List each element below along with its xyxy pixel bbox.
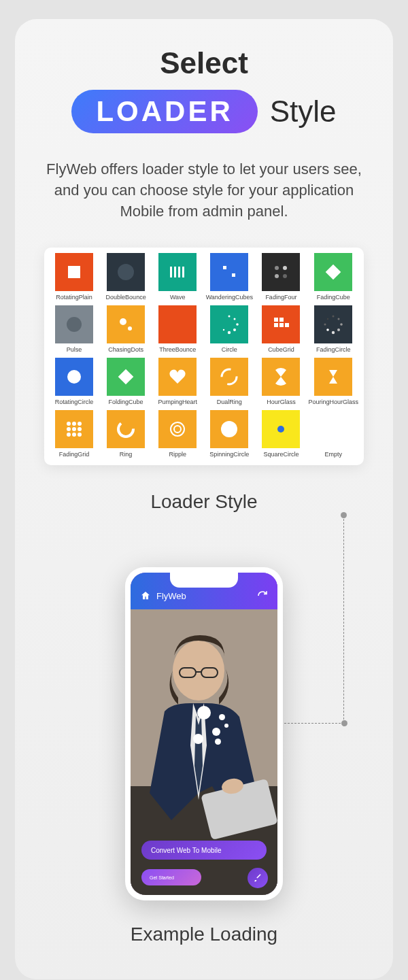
svg-rect-36: [118, 369, 134, 385]
loader-option-chasingdots[interactable]: ChasingDots: [101, 305, 150, 355]
loader-label: FadingCube: [308, 294, 358, 303]
heading-select: Select: [31, 46, 377, 80]
loader-label: Pulse: [50, 346, 99, 355]
loader-label: SquareCircle: [256, 451, 305, 460]
svg-point-30: [337, 328, 340, 331]
svg-point-38: [67, 422, 71, 426]
svg-point-34: [327, 318, 328, 320]
ripple-icon: [158, 410, 197, 448]
connector-line: [303, 516, 344, 726]
loader-option-pulse[interactable]: Pulse: [50, 305, 99, 355]
loader-option-fadingcircle[interactable]: FadingCircle: [308, 305, 358, 355]
loader-option-wanderingcubes[interactable]: WanderingCubes: [205, 253, 254, 303]
loader-option-doublebounce[interactable]: DoubleBounce: [101, 253, 150, 303]
loader-grid: RotatingPlainDoubleBounceWaveWanderingCu…: [44, 248, 364, 465]
subtitle-example-loading: Example Loading: [31, 924, 377, 945]
loader-option-spinningcircle[interactable]: SpinningCircle: [205, 410, 254, 460]
svg-point-43: [78, 427, 82, 431]
svg-rect-12: [326, 265, 341, 280]
loader-option-foldingcube[interactable]: FoldingCube: [101, 358, 150, 407]
dualring-icon: [210, 358, 248, 396]
svg-point-27: [333, 316, 335, 318]
wave-icon: [158, 253, 197, 291]
loader-option-pumpingheart[interactable]: PumpingHeart: [153, 358, 202, 407]
app-title: FlyWeb: [156, 591, 186, 601]
svg-point-49: [174, 426, 181, 433]
svg-point-28: [338, 318, 340, 320]
loader-option-fadinggrid[interactable]: FadingGrid: [50, 410, 99, 460]
threebounce-icon: [158, 305, 197, 343]
loader-option-hourglass[interactable]: HourGlass: [256, 358, 305, 407]
loader-option-cubegrid[interactable]: CubeGrid: [256, 305, 305, 355]
phone-notch: [170, 573, 238, 588]
loading-spinner: [177, 696, 231, 751]
loader-label: PumpingHeart: [153, 399, 202, 407]
loader-label: DualRing: [205, 399, 254, 407]
loader-option-rotatingcircle[interactable]: RotatingCircle: [50, 358, 99, 407]
svg-point-8: [275, 266, 279, 270]
loader-option-ring[interactable]: Ring: [101, 410, 150, 460]
heading-pill-loader: LOADER: [71, 90, 257, 133]
loader-option-circle[interactable]: Circle: [205, 305, 254, 355]
loader-option-dualring[interactable]: DualRing: [205, 358, 254, 407]
svg-point-40: [78, 422, 82, 426]
loader-label: FadingFour: [256, 294, 305, 303]
fadinggrid-icon: [55, 410, 93, 448]
loader-label: Ripple: [153, 451, 202, 460]
svg-point-10: [275, 274, 279, 278]
svg-rect-4: [178, 267, 180, 277]
loader-label: DoubleBounce: [101, 294, 150, 303]
loader-option-squarecircle[interactable]: SquareCircle: [256, 410, 305, 460]
ring-icon: [107, 410, 145, 448]
heading-style: Style: [270, 95, 337, 129]
loader-label: SpinningCircle: [205, 451, 254, 460]
loader-label: FoldingCube: [101, 399, 150, 407]
svg-point-51: [277, 426, 284, 433]
svg-point-44: [67, 433, 71, 437]
svg-rect-6: [223, 266, 226, 269]
get-started-button[interactable]: Get Started: [141, 869, 201, 885]
svg-point-9: [283, 266, 287, 270]
loader-option-rotatingplain[interactable]: RotatingPlain: [50, 253, 99, 303]
refresh-icon[interactable]: [257, 590, 268, 601]
loader-option-empty[interactable]: Empty: [308, 410, 358, 460]
hourglass-icon: [262, 358, 300, 396]
loader-option-threebounce[interactable]: ThreeBounce: [153, 305, 202, 355]
svg-point-32: [326, 329, 329, 332]
svg-rect-25: [279, 323, 284, 327]
svg-point-13: [67, 317, 82, 332]
svg-point-1: [118, 264, 134, 280]
loader-label: Circle: [205, 346, 254, 355]
svg-rect-3: [174, 267, 176, 277]
loader-option-wave[interactable]: Wave: [153, 253, 202, 303]
loader-option-fadingfour[interactable]: FadingFour: [256, 253, 305, 303]
loader-option-ripple[interactable]: Ripple: [153, 410, 202, 460]
convert-banner[interactable]: Convert Web To Mobile: [141, 841, 267, 860]
svg-point-46: [78, 433, 82, 437]
svg-rect-23: [279, 318, 284, 322]
pulse-icon: [55, 305, 93, 343]
svg-point-19: [233, 328, 236, 331]
loader-label: PouringHourGlass: [308, 399, 358, 407]
loader-label: ChasingDots: [101, 346, 150, 355]
loader-label: FadingCircle: [308, 346, 358, 355]
loader-label: WanderingCubes: [205, 294, 254, 303]
svg-point-41: [67, 427, 71, 431]
rotatingplain-icon: [55, 253, 93, 291]
svg-point-31: [332, 331, 335, 334]
pumpingheart-icon: [158, 358, 197, 396]
svg-point-17: [234, 318, 236, 320]
loader-label: HourGlass: [256, 399, 305, 407]
foldingcube-icon: [107, 358, 145, 396]
loader-option-pouringhourglass[interactable]: PouringHourGlass: [308, 358, 358, 407]
home-icon: [140, 590, 151, 601]
svg-point-15: [128, 326, 132, 331]
loader-option-fadingcube[interactable]: FadingCube: [308, 253, 358, 303]
doublebounce-icon: [107, 253, 145, 291]
svg-rect-22: [274, 318, 278, 322]
pouringhourglass-icon: [314, 358, 352, 396]
rotatingcircle-icon: [55, 358, 93, 396]
svg-rect-2: [170, 267, 172, 277]
loader-label: FadingGrid: [50, 451, 99, 460]
cubegrid-icon: [262, 305, 300, 343]
